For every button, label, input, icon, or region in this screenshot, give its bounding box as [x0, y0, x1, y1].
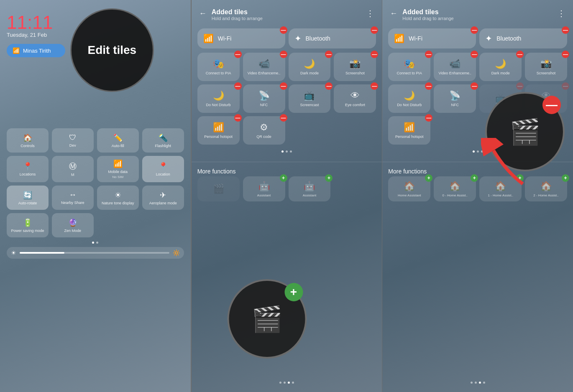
panel2-subtitle: Hold and drag to arrange [212, 16, 263, 21]
wifi-tile-3[interactable]: 📶 Wi-Fi — [388, 28, 476, 48]
remove-badge[interactable]: — [234, 114, 242, 122]
remove-badge[interactable]: — [234, 51, 242, 58]
back-button-3[interactable]: ← [390, 9, 397, 18]
tile-screencast-2[interactable]: — 📺 Screencast [289, 84, 331, 113]
more-tile-homeassist1-3[interactable]: + 🏠 0 - Home Assist.. [434, 176, 476, 201]
tile-aeroplane[interactable]: ✈ Aeroplane mode [142, 186, 184, 210]
more-button-3[interactable]: ⋮ [557, 8, 565, 18]
tile-dnd-3[interactable]: — 🌙 Do Not Disturb [388, 84, 430, 113]
remove-badge[interactable]: — [425, 82, 432, 90]
tile-connectpia-2[interactable]: — 🎭 Connect to PIA [197, 53, 240, 81]
panel3-title: Added tiles [402, 8, 453, 16]
add-badge-zoom-2[interactable]: + [284, 283, 303, 301]
zenmode-icon: 🔮 [68, 218, 77, 227]
wifi-tile-2[interactable]: 📶 Wi-Fi — [197, 28, 285, 48]
tile-autofill[interactable]: ✏️ Auto-fill [97, 128, 139, 153]
remove-wifi-badge-2[interactable]: — [280, 26, 287, 34]
tile-videoenh-2[interactable]: — 📹 Video Enhanceme.. [243, 53, 285, 81]
homeassist1-icon-3: 🏠 [449, 181, 460, 192]
remove-badge[interactable]: — [516, 82, 524, 90]
add-badge[interactable]: + [471, 174, 478, 182]
brightness-bar[interactable]: ☀ 🔆 [7, 247, 184, 259]
tile-location[interactable]: 📍 Location [142, 156, 184, 182]
tile-locations[interactable]: 📍 Locations [7, 156, 49, 182]
more-tile-assistant2-2[interactable]: + 🤖 Assistant [289, 176, 331, 201]
remove-badge[interactable]: — [516, 51, 524, 58]
remove-badge[interactable]: — [234, 82, 242, 90]
add-badge[interactable]: + [280, 174, 287, 182]
bt-large-icon-3: ✦ [485, 33, 492, 43]
tile-hotspot-2[interactable]: — 📶 Personal hotspot [197, 116, 240, 145]
tile-powersaving[interactable]: 🔋 Power saving mode [7, 213, 49, 237]
tile-hotspot-3[interactable]: — 📶 Personal hotspot [388, 116, 430, 145]
add-badge[interactable]: + [325, 174, 333, 182]
more-tile-homeassist3-3[interactable]: + 🏠 2 - Home Assist.. [525, 176, 567, 201]
zoom-video-icon-3: 🎬 [509, 117, 541, 147]
remove-badge[interactable]: — [425, 51, 432, 58]
remove-wifi-badge-3[interactable]: — [471, 26, 478, 34]
bluetooth-tile-3[interactable]: ✦ Bluetooth — [479, 28, 567, 48]
remove-badge[interactable]: — [325, 51, 333, 58]
remove-badge[interactable]: — [280, 51, 287, 58]
more-tile-homeassist2-3[interactable]: + 🏠 1 - Home Assist.. [479, 176, 522, 201]
tile-connectpia-3[interactable]: — 🎭 Connect to PIA [388, 53, 430, 81]
pia-icon-3: 🎭 [404, 59, 415, 69]
tile-eyecomfort-2[interactable]: — 👁 Eye comfort [334, 84, 376, 113]
tile-zenmode[interactable]: 🔮 Zen Mode [52, 213, 94, 237]
pia-icon-2: 🎭 [213, 59, 224, 69]
remove-badge[interactable]: — [471, 82, 478, 90]
tile-m[interactable]: Ⓜ M [52, 156, 94, 182]
remove-badge[interactable]: — [425, 114, 432, 122]
remove-badge[interactable]: — [280, 114, 287, 122]
tile-qr-2[interactable]: — ⚙ QR code [243, 116, 285, 145]
tile-nearbyshare[interactable]: ↔ Nearby Share [52, 186, 94, 210]
bluetooth-tile-2[interactable]: ✦ Bluetooth — [289, 28, 376, 48]
tile-screenshot-2[interactable]: — 📸 Screenshot [334, 53, 376, 81]
remove-badge[interactable]: — [371, 82, 378, 90]
wifi-bar[interactable]: 📶 Minas Tirith [7, 44, 65, 57]
remove-badge-zoom-3[interactable]: — [542, 96, 561, 114]
back-button-2[interactable]: ← [199, 9, 207, 18]
more-tile-assistant1-2[interactable]: + 🤖 Assistant [243, 176, 285, 201]
tile-darkmode-3[interactable]: — 🌙 Dark mode [479, 53, 522, 81]
tile-nfc-3[interactable]: — 📡 NFC [434, 84, 476, 113]
locations-icon: 📍 [23, 162, 32, 171]
tile-mobiledata[interactable]: 📶 Mobile data No SIM [97, 156, 139, 182]
dot1 [279, 382, 281, 384]
more-button-2[interactable]: ⋮ [366, 8, 374, 18]
small-grid-row1-3: — 🎭 Connect to PIA — 📹 Video Enhanceme..… [388, 53, 567, 81]
more-tile-homeassist0-3[interactable]: + 🏠 Home Assistant [388, 176, 430, 201]
panel-1: 11:11 Tuesday, 21 Feb 📶 Minas Tirith Edi… [0, 0, 191, 392]
tile-screenshot-3[interactable]: — 📸 Screenshot [525, 53, 567, 81]
tile-videoenh-3[interactable]: — 📹 Video Enhanceme.. [434, 53, 476, 81]
location-icon: 📍 [159, 162, 168, 171]
darkmode-icon-2: 🌙 [304, 59, 315, 69]
tile-autorotate[interactable]: 🔄 Auto-rotate [7, 186, 49, 210]
panel3-subtitle: Hold and drag to arrange [402, 16, 453, 21]
tile-darkmode-2[interactable]: — 🌙 Dark mode [289, 53, 331, 81]
tile-dev[interactable]: 🛡 Dev [52, 128, 94, 153]
tile-naturetone[interactable]: ☀ Nature tone display [97, 186, 139, 210]
wifi-large-icon-2: 📶 [203, 33, 214, 43]
naturetone-icon: ☀ [115, 191, 121, 200]
remove-badge[interactable]: — [371, 51, 378, 58]
aeroplane-icon: ✈ [160, 191, 166, 200]
remove-badge-red[interactable]: — [562, 82, 569, 90]
tile-controls[interactable]: 🏠 Controls [7, 128, 49, 153]
tile-nfc-2[interactable]: — 📡 NFC [243, 84, 285, 113]
section-divider-2 [192, 162, 382, 162]
remove-bt-badge-3[interactable]: — [562, 26, 569, 34]
add-badge[interactable]: + [562, 174, 569, 182]
add-badge[interactable]: + [516, 174, 524, 182]
remove-badge[interactable]: — [280, 82, 287, 90]
more-tile-recorder-2[interactable]: 🎬 [197, 176, 240, 201]
remove-badge[interactable]: — [562, 51, 569, 58]
more-functions-label-3: More functions [382, 165, 573, 176]
remove-badge[interactable]: — [325, 82, 333, 90]
remove-badge[interactable]: — [471, 51, 478, 58]
add-badge[interactable]: + [425, 174, 432, 182]
tile-dnd-2[interactable]: — 🌙 Do Not Disturb [197, 84, 240, 113]
remove-bt-badge-2[interactable]: — [371, 26, 378, 34]
tile-flashlight[interactable]: 🔦 Flashlight [142, 128, 184, 153]
wifi-large-icon-3: 📶 [394, 33, 404, 43]
